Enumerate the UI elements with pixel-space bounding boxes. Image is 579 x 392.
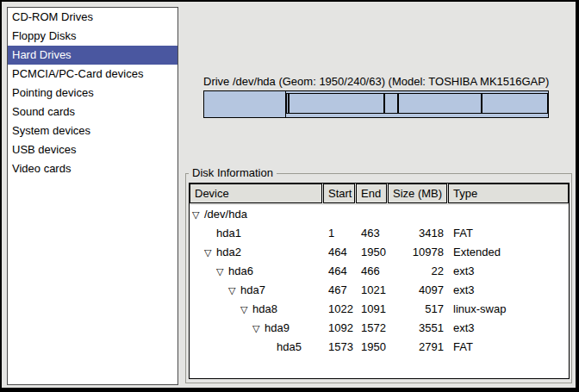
type-cell	[448, 205, 569, 224]
start-cell: 464	[323, 262, 355, 281]
end-cell: 1572	[356, 319, 387, 338]
partition-segment-hda9	[398, 93, 482, 114]
table-row-hda2[interactable]: ▽hda2464195010978Extended	[190, 243, 569, 262]
sidebar-item-video-cards[interactable]: Video cards	[8, 159, 177, 178]
table-row-hda8[interactable]: ▽hda810221091517linux-swap	[190, 300, 569, 319]
device-category-list[interactable]: CD-ROM DrivesFloppy DisksHard DrivesPCMC…	[7, 7, 178, 385]
device-cell: ▽hda7	[190, 281, 322, 300]
sidebar-item-pcmcia-pc-card-devices[interactable]: PCMCIA/PC-Card devices	[8, 65, 177, 84]
expander-open-icon[interactable]: ▽	[252, 319, 265, 338]
table-row-hda6[interactable]: ▽hda646446622ext3	[190, 262, 569, 281]
device-name: hda2	[216, 246, 241, 258]
start-cell: 1022	[323, 300, 355, 319]
sidebar-item-usb-devices[interactable]: USB devices	[8, 140, 177, 159]
end-cell: 1950	[356, 338, 387, 357]
disk-information-frame-label: Disk Information	[189, 166, 277, 180]
sidebar-item-label: Sound cards	[12, 105, 75, 118]
end-cell: 1950	[356, 243, 387, 262]
column-header-device[interactable]: Device	[190, 184, 322, 203]
device-cell: hda1	[190, 224, 322, 243]
size-cell: 4097	[388, 281, 447, 300]
table-row-dev-hda[interactable]: ▽/dev/hda	[190, 205, 569, 224]
expander-open-icon[interactable]: ▽	[216, 262, 228, 281]
start-cell	[323, 205, 355, 224]
partition-segment-hda2	[286, 91, 548, 117]
start-cell: 1	[323, 224, 355, 243]
table-row-hda5[interactable]: hda5157319502791FAT	[190, 338, 569, 357]
device-name: hda7	[240, 283, 265, 296]
device-name: hda5	[277, 340, 302, 353]
column-header-end[interactable]: End	[356, 184, 387, 203]
device-cell: hda5	[190, 338, 322, 357]
partition-segment-hda8	[384, 93, 398, 114]
device-name: hda9	[265, 321, 290, 334]
end-cell: 1091	[356, 300, 387, 319]
device-name: hda1	[216, 227, 241, 240]
type-cell: ext3	[448, 262, 569, 281]
size-cell	[388, 205, 447, 224]
sidebar-item-label: Pointing devices	[12, 86, 94, 99]
table-row-hda1[interactable]: hda114633418FAT	[190, 224, 569, 243]
sidebar-item-label: PCMCIA/PC-Card devices	[12, 67, 143, 80]
sidebar-item-label: Hard Drives	[12, 48, 72, 61]
start-cell: 1092	[323, 319, 355, 338]
size-cell: 3418	[388, 224, 447, 243]
size-cell: 517	[388, 300, 447, 319]
device-cell: ▽hda9	[190, 319, 322, 338]
partition-segment-hda5	[482, 93, 548, 114]
sidebar-item-label: USB devices	[12, 143, 76, 156]
end-cell	[356, 205, 387, 224]
device-name: hda6	[228, 264, 253, 277]
device-cell: ▽hda6	[190, 262, 322, 281]
table-row-hda9[interactable]: ▽hda9109215723551ext3	[190, 319, 569, 338]
start-cell: 1573	[323, 338, 355, 357]
device-cell: ▽hda8	[190, 300, 322, 319]
type-cell: ext3	[448, 319, 569, 338]
partition-segment-hda7	[289, 93, 385, 114]
sidebar-item-cd-rom-drives[interactable]: CD-ROM Drives	[8, 8, 177, 27]
start-cell: 467	[323, 281, 355, 300]
type-cell: FAT	[448, 338, 569, 357]
sidebar-item-label: System devices	[12, 124, 90, 137]
type-cell: ext3	[448, 281, 569, 300]
device-name: hda8	[252, 302, 277, 315]
size-cell: 22	[388, 262, 447, 281]
sidebar-item-floppy-disks[interactable]: Floppy Disks	[8, 27, 177, 46]
device-name: /dev/hda	[204, 208, 247, 221]
start-cell: 464	[323, 243, 355, 262]
column-header-start[interactable]: Start	[323, 184, 355, 203]
end-cell: 466	[356, 262, 387, 281]
expander-open-icon[interactable]: ▽	[228, 281, 240, 300]
expander-open-icon[interactable]: ▽	[192, 205, 204, 224]
expander-open-icon[interactable]: ▽	[204, 243, 216, 262]
device-cell: ▽/dev/hda	[190, 205, 322, 224]
column-header-type[interactable]: Type	[448, 184, 569, 203]
drive-title: Drive /dev/hda (Geom: 1950/240/63) (Mode…	[203, 75, 549, 88]
size-cell: 3551	[388, 319, 447, 338]
type-cell: Extended	[448, 243, 569, 262]
expander-open-icon[interactable]: ▽	[240, 300, 252, 319]
size-cell: 10978	[388, 243, 447, 262]
end-cell: 1021	[356, 281, 387, 300]
sidebar-item-pointing-devices[interactable]: Pointing devices	[8, 84, 177, 103]
end-cell: 463	[356, 224, 387, 243]
disk-table: DeviceStartEndSize (MB)Type ▽/dev/hdahda…	[189, 183, 570, 379]
partition-segment-hda1	[204, 91, 286, 117]
partition-bar	[203, 90, 549, 118]
column-header-size-mb[interactable]: Size (MB)	[388, 184, 447, 203]
disk-table-header: DeviceStartEndSize (MB)Type	[190, 184, 569, 205]
sidebar-item-sound-cards[interactable]: Sound cards	[8, 103, 177, 121]
sidebar-item-label: CD-ROM Drives	[12, 10, 93, 23]
device-cell: ▽hda2	[190, 243, 322, 262]
hardware-browser-window: CD-ROM DrivesFloppy DisksHard DrivesPCMC…	[0, 0, 579, 392]
type-cell: linux-swap	[448, 300, 569, 319]
type-cell: FAT	[448, 224, 569, 243]
sidebar-item-label: Video cards	[12, 162, 71, 175]
sidebar-item-system-devices[interactable]: System devices	[8, 121, 177, 140]
sidebar-item-label: Floppy Disks	[12, 29, 76, 42]
table-row-hda7[interactable]: ▽hda746710214097ext3	[190, 281, 569, 300]
size-cell: 2791	[388, 338, 447, 357]
sidebar-item-hard-drives[interactable]: Hard Drives	[8, 46, 177, 65]
disk-table-body: ▽/dev/hdahda114633418FAT▽hda246419501097…	[190, 205, 569, 357]
